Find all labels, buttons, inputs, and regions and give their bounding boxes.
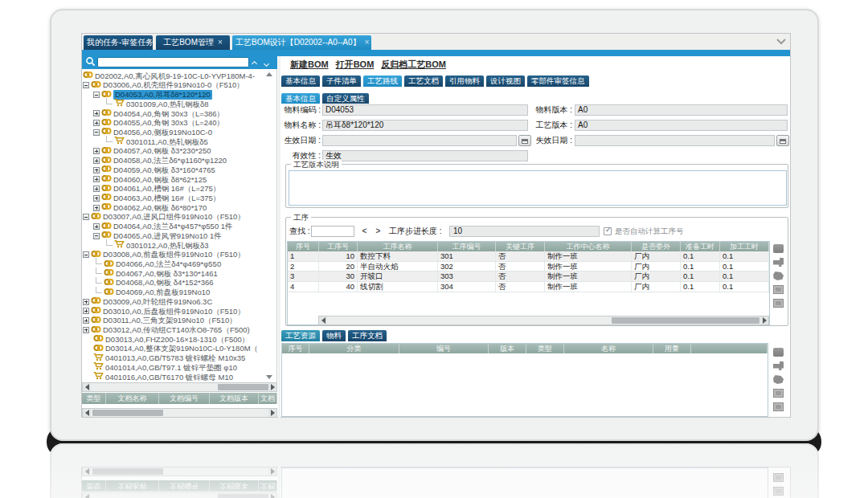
tree-item[interactable]: D03009,A0,叶轮组件919No6.3C <box>82 296 276 306</box>
tree-item[interactable]: D04068,A0,钢板 δ4*152*366 <box>82 278 276 288</box>
import-icon[interactable] <box>773 361 784 370</box>
collapse-icon[interactable] <box>93 129 100 136</box>
import-icon[interactable] <box>773 258 784 267</box>
scroll-right-icon[interactable] <box>760 316 768 325</box>
tree-horizontal-scrollbar[interactable] <box>82 382 277 392</box>
scrollbar-thumb[interactable] <box>612 317 760 324</box>
expand-icon[interactable] <box>93 223 100 230</box>
expand-icon[interactable] <box>93 195 100 202</box>
calendar-icon[interactable] <box>776 135 789 146</box>
open-bom-link[interactable]: 打开BOM <box>336 59 375 69</box>
tree-item[interactable]: D04061,A0,槽钢 16#（L=275） <box>82 184 276 194</box>
expand-icon[interactable] <box>93 167 100 173</box>
process-table-scrollbar[interactable] <box>318 316 769 325</box>
resource-tab[interactable]: 工序文档 <box>348 330 387 341</box>
collapse-icon[interactable] <box>93 233 100 239</box>
tree-item[interactable]: D04057,A0,钢板 δ3*230*250 <box>82 146 276 156</box>
tree-item[interactable]: D03008,A0,前盘板组件919No10（F510） <box>82 250 276 259</box>
tree-item[interactable]: D02002,A0,离心风机9-19-10C-L0-YVP180M-4- <box>82 71 276 80</box>
expiry_date-field[interactable] <box>575 135 775 146</box>
route-sub-tab[interactable]: 基本信息 <box>281 93 320 104</box>
tree-search-input[interactable] <box>97 57 249 67</box>
material_code-field[interactable]: D04053 <box>322 104 528 116</box>
expand-icon[interactable] <box>83 299 89 305</box>
expand-icon[interactable] <box>93 110 100 116</box>
window-tab[interactable]: 我的任务-审签任务 <box>84 35 153 50</box>
tree-item[interactable]: D04069,A0,前盘板919No10 <box>82 288 276 297</box>
tree-item[interactable]: 0301011,A0,热轧钢板δ5 <box>82 137 276 146</box>
tree-scroll-down-icon[interactable] <box>266 375 272 379</box>
collapse-chevron-icon[interactable] <box>776 38 787 46</box>
reverse-archive-bom-link[interactable]: 反归档工艺BOM <box>381 59 446 69</box>
tree-item[interactable]: D03012,A0,传动组CT140水O8-765（F500) <box>82 325 276 334</box>
edit-icon[interactable] <box>773 271 784 280</box>
scroll-right-icon[interactable] <box>268 383 276 391</box>
tree-item[interactable]: 0301012,A0,热轧钢板δ3 <box>82 240 276 250</box>
expand-icon[interactable] <box>83 327 89 333</box>
tree-item[interactable]: D03010,A0,后盘板组件919No10（F510） <box>82 306 276 316</box>
expand-icon[interactable] <box>93 186 100 192</box>
bom-tab[interactable]: 子件清单 <box>322 76 361 87</box>
process-table-row[interactable]: 220半自动火焰302否制作一班厂内0.10.1 <box>288 262 769 272</box>
tree-item[interactable]: 0301009,A0,热轧钢板δ8 <box>82 99 276 108</box>
tree-scroll-up-icon[interactable] <box>266 72 272 76</box>
tree-item[interactable]: D04063,A0,槽钢 16#（L=375） <box>82 193 276 202</box>
expand-icon[interactable] <box>93 148 100 154</box>
close-icon[interactable]: × <box>365 38 370 47</box>
bom-tab[interactable]: 工艺文档 <box>404 76 443 87</box>
collapse-icon[interactable] <box>83 82 89 88</box>
expand-icon[interactable] <box>93 205 100 211</box>
scroll-left-icon[interactable] <box>319 316 327 325</box>
expand-icon[interactable] <box>93 120 100 126</box>
scrollbar-thumb[interactable] <box>92 410 163 416</box>
material_name-field[interactable]: 吊耳δ8*120*120 <box>322 120 528 131</box>
add-row-icon[interactable] <box>773 348 784 357</box>
step-length-input[interactable]: 10 <box>449 226 600 237</box>
expand-icon[interactable] <box>83 308 89 314</box>
step-prev-button[interactable]: < <box>360 226 369 237</box>
collapse-icon[interactable] <box>83 251 89 258</box>
process_version-field[interactable]: A0 <box>575 120 788 131</box>
tree-item[interactable]: D04058,A0,法兰δ6*φ1160*φ1220 <box>82 155 276 165</box>
validity-field[interactable]: 生效 <box>322 150 528 161</box>
find-input[interactable] <box>311 226 354 237</box>
tree-item[interactable]: D04064,A0,法兰δ4*φ457*φ550 1件 <box>82 222 276 231</box>
close-icon[interactable]: × <box>218 38 223 47</box>
tree-item[interactable]: D04062,A0,钢板 δ6*80*170 <box>82 202 276 212</box>
tree-item[interactable]: D03013,A0,FHZ200-16×18-1310（F500） <box>82 334 276 344</box>
bom-tab[interactable]: 工艺路线 <box>363 76 402 87</box>
tree-item[interactable]: D03014,A0,整体支架919No10C-L0-Y180M（ <box>82 344 276 353</box>
material_version-field[interactable]: A0 <box>575 104 788 116</box>
process-table-row[interactable]: 330开坡口303否制作一班厂内0.10.1 <box>288 271 769 282</box>
process-table-row[interactable]: 440线切割304否制作一班厂内0.10.1 <box>288 282 769 292</box>
resource-tab[interactable]: 工艺资源 <box>281 330 320 341</box>
bom-tab[interactable]: 引用物料 <box>445 76 484 87</box>
tree-item[interactable]: 0401013,A0,GB/T5783 镀锌螺栓 M10x35 <box>82 353 276 363</box>
auto-calc-checkbox[interactable] <box>604 227 612 235</box>
scroll-left-icon[interactable] <box>83 383 91 391</box>
calendar-icon[interactable] <box>518 135 531 146</box>
tree-item[interactable]: D04067,A0,钢板 δ3*130*1461 <box>82 268 276 278</box>
search-next-icon[interactable] <box>264 59 268 67</box>
tree-item[interactable]: D04059,A0,钢板 δ3*160*4765 <box>82 165 276 174</box>
collapse-icon[interactable] <box>83 214 89 220</box>
new-bom-link[interactable]: 新建BOM <box>290 59 329 69</box>
scrollbar-thumb[interactable] <box>218 384 268 390</box>
route-sub-tab[interactable]: 自定义属性 <box>322 93 369 104</box>
tree-item[interactable]: D03007,A0,进风口组件919No10（F510） <box>82 212 276 222</box>
window-tab[interactable]: 工艺BOM设计【D02002--A0--A0】× <box>232 35 371 50</box>
scroll-right-icon[interactable] <box>268 409 276 417</box>
expand-icon[interactable] <box>93 157 100 164</box>
expand-icon[interactable] <box>93 176 100 182</box>
window-tab[interactable]: 工艺BOM管理× <box>156 35 230 50</box>
move-down-icon[interactable] <box>773 299 784 308</box>
tree-item[interactable]: D04054,A0,角钢 30x3（L=386） <box>82 108 276 118</box>
scroll-left-icon[interactable] <box>83 409 91 417</box>
tree-item[interactable]: D04055,A0,角钢 30x3（L=240） <box>82 118 276 128</box>
version-note-textarea[interactable] <box>289 170 787 206</box>
expand-icon[interactable] <box>83 317 89 324</box>
move-up-icon[interactable] <box>773 285 784 294</box>
search-prev-icon[interactable] <box>252 59 256 67</box>
tree-item[interactable]: D03011,A0,三角支架919No10（F510） <box>82 316 276 325</box>
effective_date-field[interactable] <box>322 135 517 146</box>
